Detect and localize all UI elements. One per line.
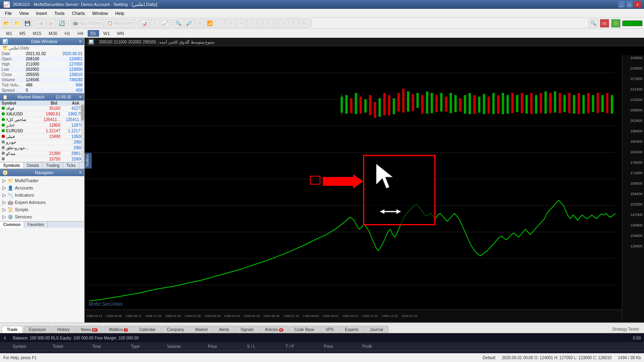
btm-tab-alerts[interactable]: Alerts [214,326,235,333]
signal-btn[interactable]: 🟢 [611,19,621,28]
save-btn[interactable]: 💾 [23,19,32,28]
tab-symbols[interactable]: Symbols [0,162,24,169]
vol-btn[interactable]: 📶 [205,19,215,28]
btm-tab-articles[interactable]: Articles5 [260,326,288,333]
algo-trading-btn[interactable]: 🤖 Algo Trading [70,19,104,28]
nav-services[interactable]: ▷ ⚙️ Services [1,213,83,220]
mw-row-khodro[interactable]: خودرو 2960 [0,140,84,145]
toolbox-tab[interactable]: Toolbox [85,153,92,169]
tf-h1[interactable]: H1 [62,30,73,37]
tf-m1[interactable]: M1 [3,30,15,37]
tf-mn[interactable]: MN [114,30,127,37]
menu-insert[interactable]: Insert [33,10,50,16]
mw-row-eurusd[interactable]: EURUSD 1.22147 1.22177 [0,128,84,134]
nav-tab-common[interactable]: Common [0,222,24,228]
tab-trading[interactable]: Trading [43,162,63,169]
mw-row-midco[interactable]: میدکو 21390 29814 [0,151,84,156]
h-line-btn[interactable]: — [237,19,246,28]
maximize-button[interactable]: □ [626,1,633,8]
refresh-btn[interactable]: 🔄 [57,19,66,28]
line-btn[interactable]: 📈 [161,19,170,28]
back-btn[interactable]: ◀ [36,19,45,28]
mw-row-shakhes[interactable]: شاخص کل۶ 135411... 135411... [0,117,84,123]
menu-tools[interactable]: Tools [51,10,68,16]
grid-btn[interactable]: ⊞ [195,19,204,28]
btm-tab-codebase[interactable]: Code Base [289,326,320,333]
nav-scripts[interactable]: ▷ 📜 Scripts [1,206,83,213]
tab-details[interactable]: Details [24,162,43,169]
nav-indicators[interactable]: ▷ 📉 Indicators [1,191,83,199]
navigator-close[interactable]: × [79,170,82,175]
market-watch-header[interactable]: 📋 Market Watch 12:49:26 × [0,93,84,101]
btm-tab-mailbox[interactable]: Mailbox7 [104,326,133,333]
btm-tab-history[interactable]: History [52,326,75,333]
btm-tab-calendar[interactable]: Calendar [134,326,161,333]
market-watch-scrollbar[interactable] [81,101,84,162]
sym-shakhes: شاخص کل۶ [2,117,36,122]
nav-mofidtrader[interactable]: ▷ 📁 MofidTrader [1,177,83,184]
btm-tab-exposure[interactable]: Exposure [24,326,51,333]
btm-tab-company[interactable]: Company [162,326,190,333]
period-sep-btn[interactable]: ⋮ [216,19,225,28]
arrow-btn[interactable]: ↗ [279,19,288,28]
fibline-btn[interactable]: ⊿ [268,19,278,28]
menu-file[interactable]: File [2,10,15,16]
btm-tab-vps[interactable]: VPS [320,326,339,333]
open-btn[interactable]: 📁 [12,19,22,28]
data-window-close[interactable]: × [79,39,82,44]
data-window-header[interactable]: 📊 Data Window × [0,38,84,45]
zoom-out-btn[interactable]: 🔎 [184,19,194,28]
svg-rect-40 [473,95,476,113]
bar-chart-btn[interactable]: 📊 [140,19,149,28]
btm-tab-experts[interactable]: Experts [340,326,364,333]
zoom-in-btn[interactable]: 🔍 [174,19,184,28]
tf-m30[interactable]: M30 [46,30,60,37]
btm-tab-news[interactable]: News97 [76,326,103,333]
tf-d1[interactable]: D1 [88,30,99,37]
svg-rect-14 [350,98,353,113]
mw-row-last[interactable]: 15750 15900 [0,156,84,162]
v-line-btn[interactable]: | [247,19,257,28]
bid-folad: 35160 [36,106,60,111]
btm-tab-signals[interactable]: Signals [235,326,259,333]
label-high: High [0,62,24,67]
mw-row-akhabar[interactable]: اخابر 12850 12870 [0,123,84,128]
close-button[interactable]: × [634,1,641,8]
mw-row-famali[interactable]: فملی 13490 13500 [0,134,84,140]
tab-ticks[interactable]: Ticks [63,162,79,169]
trendline-btn[interactable]: ╱ [258,19,267,28]
app-icon: 📈 [3,1,10,8]
nav-accounts[interactable]: ▷ 👤 Accounts [1,184,83,191]
tf-w1[interactable]: W1 [101,30,113,37]
forward-btn[interactable]: ▶ [46,19,56,28]
tf-m15[interactable]: M15 [30,30,44,37]
menu-charts[interactable]: Charts [69,10,88,16]
tf-m5[interactable]: M5 [17,30,28,37]
minimize-button[interactable]: _ [618,1,625,8]
btm-tab-journal[interactable]: Journal [365,326,388,333]
navigator-header[interactable]: 🧭 Navigator × [0,169,84,176]
btm-tab-trade[interactable]: Trade [2,326,23,333]
crosshair-btn[interactable]: ✛ [226,19,236,28]
btm-tab-market[interactable]: Market [190,326,213,333]
new-order-btn[interactable]: 📋 New Order [105,19,136,28]
text-btn[interactable]: T [289,19,299,28]
new-chart-btn[interactable]: 📂 [2,19,11,28]
nav-tab-favorites[interactable]: Favorites [24,222,47,228]
chart-area[interactable]: 📊 متنوع میتوسط گلدوق کاشن آبنده : 295555… [85,38,644,323]
menu-window[interactable]: Window [89,10,111,16]
mw-row-xauusd[interactable]: XAUUSD 1900.61 1900.79 [0,111,84,117]
pct-btn[interactable]: % [299,19,309,28]
strategy-tester-link[interactable]: Strategy Tester [609,325,642,333]
chart-canvas[interactable]: 240000 233800 227600 221400 215200 20900… [85,46,644,322]
market-watch-close[interactable]: × [79,94,82,100]
mw-row-khodro2[interactable]: خودرو-تعلق... 2960 [0,145,84,151]
mw-row-folad[interactable]: فولاذ 35160 42273 [0,106,84,111]
balance-indicator: ⬇ [3,336,6,340]
tf-h4[interactable]: H4 [74,30,86,37]
menu-view[interactable]: View [16,10,32,16]
search-btn[interactable]: 🔍 [588,19,598,28]
nav-expert-advisors[interactable]: ▷ 🤖 Expert Advisors [1,199,83,206]
candle-btn[interactable]: 🕯 [150,19,160,28]
menu-help[interactable]: Help [112,10,128,16]
